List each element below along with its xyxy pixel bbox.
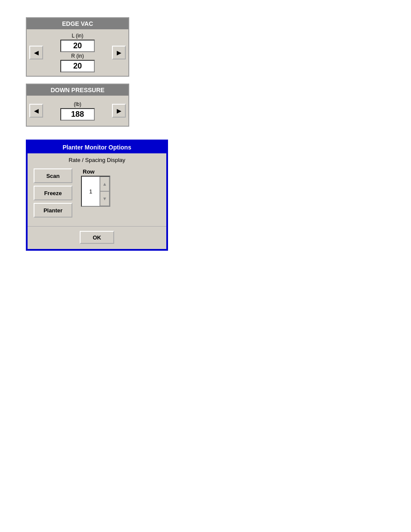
edge-vac-values: L (in) 20 R (in) 20 (43, 33, 112, 72)
row-spinner-arrows: ▲ ▼ (100, 177, 109, 206)
planter-monitor-buttons: Scan Freeze Planter (34, 168, 72, 218)
planter-monitor-dialog: Planter Monitor Options Rate / Spacing D… (26, 140, 168, 251)
edge-vac-right-label: R (in) (71, 53, 84, 59)
row-section: Row 1 ▲ ▼ (81, 168, 110, 207)
edge-vac-right-arrow[interactable]: ▶ (112, 46, 126, 59)
planter-monitor-subtitle: Rate / Spacing Display (28, 153, 166, 165)
freeze-button[interactable]: Freeze (34, 186, 72, 200)
down-pressure-body: ◀ (lb) 188 ▶ (27, 96, 128, 126)
row-spinner[interactable]: 1 ▲ ▼ (81, 176, 110, 207)
planter-monitor-title: Planter Monitor Options (28, 141, 166, 153)
dialog-footer: OK (28, 226, 166, 249)
planter-monitor-body: Scan Freeze Planter Row 1 ▲ ▼ (28, 165, 166, 226)
scan-button[interactable]: Scan (34, 168, 72, 183)
down-pressure-label: (lb) (74, 101, 81, 107)
edge-vac-left-arrow[interactable]: ◀ (29, 46, 43, 59)
planter-button[interactable]: Planter (34, 203, 72, 218)
planter-monitor-row: Scan Freeze Planter Row 1 ▲ ▼ (34, 168, 160, 218)
row-spinner-value: 1 (82, 177, 100, 206)
down-pressure-value: 188 (60, 108, 95, 121)
edge-vac-title: EDGE VAC (27, 18, 128, 29)
down-pressure-values: (lb) 188 (43, 101, 112, 121)
row-label: Row (83, 168, 94, 175)
down-pressure-title: DOWN PRESSURE (27, 84, 128, 96)
down-pressure-left-arrow[interactable]: ◀ (29, 104, 43, 118)
down-pressure-right-arrow[interactable]: ▶ (112, 104, 126, 118)
down-pressure-widget: DOWN PRESSURE ◀ (lb) 188 ▶ (26, 84, 129, 127)
edge-vac-left-label: L (in) (72, 33, 84, 39)
row-spinner-up[interactable]: ▲ (100, 177, 109, 191)
edge-vac-right-value: 20 (60, 60, 95, 72)
row-spinner-down[interactable]: ▼ (100, 191, 109, 206)
ok-button[interactable]: OK (80, 231, 114, 244)
edge-vac-left-value: 20 (60, 40, 95, 52)
edge-vac-widget: EDGE VAC ◀ L (in) 20 R (in) 20 ▶ (26, 17, 129, 77)
